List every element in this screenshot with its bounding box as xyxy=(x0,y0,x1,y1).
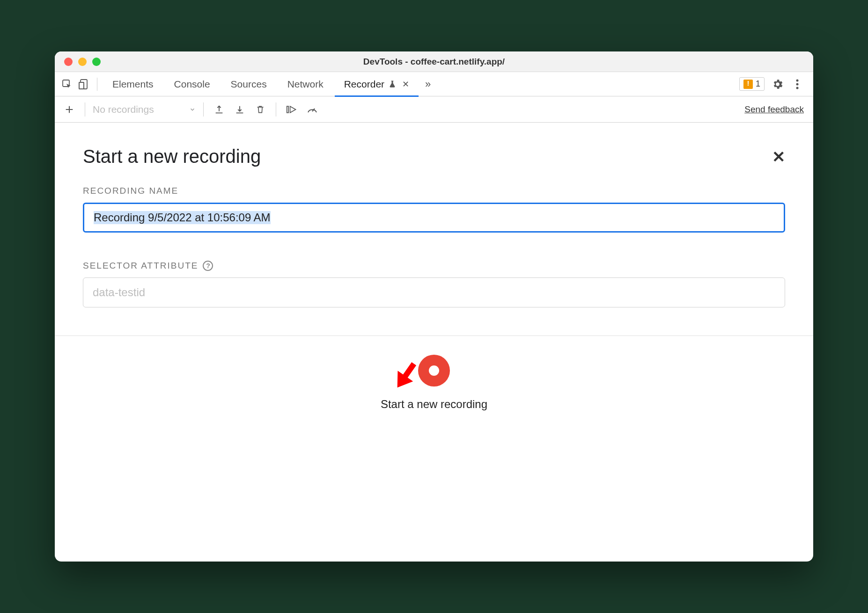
recording-name-input[interactable]: Recording 9/5/2022 at 10:56:09 AM xyxy=(83,203,785,233)
panel-title: Start a new recording xyxy=(83,146,261,167)
replay-icon[interactable] xyxy=(284,102,300,117)
window-titlebar: DevTools - coffee-cart.netlify.app/ xyxy=(55,51,813,72)
selector-attribute-label: SELECTOR ATTRIBUTE xyxy=(83,261,198,271)
record-icon xyxy=(429,365,439,376)
issues-badge[interactable]: 1 xyxy=(739,77,765,91)
warning-icon xyxy=(743,80,753,89)
svg-rect-2 xyxy=(79,82,84,89)
svg-point-5 xyxy=(796,83,799,85)
flask-icon xyxy=(388,80,397,88)
new-recording-button[interactable] xyxy=(61,102,77,117)
recording-name-label: RECORDING NAME xyxy=(83,186,178,196)
recording-name-value: Recording 9/5/2022 at 10:56:09 AM xyxy=(94,211,271,224)
recorder-content: Start a new recording ✕ RECORDING NAME R… xyxy=(55,123,813,562)
tab-recorder[interactable]: Recorder ✕ xyxy=(335,72,419,96)
minimize-window-button[interactable] xyxy=(78,58,87,66)
start-recording-button[interactable] xyxy=(418,355,450,387)
selector-attribute-input[interactable] xyxy=(83,277,785,307)
devtools-window: DevTools - coffee-cart.netlify.app/ Elem… xyxy=(55,51,813,562)
devtools-tabbar: Elements Console Sources Network Recorde… xyxy=(55,72,813,96)
export-icon[interactable] xyxy=(211,102,227,117)
send-feedback-link[interactable]: Send feedback xyxy=(744,104,807,115)
tab-elements[interactable]: Elements xyxy=(103,72,163,96)
close-window-button[interactable] xyxy=(64,58,73,66)
toggle-device-icon[interactable] xyxy=(76,77,91,92)
zoom-window-button[interactable] xyxy=(92,58,101,66)
chevron-down-icon xyxy=(189,106,196,113)
tab-network[interactable]: Network xyxy=(278,72,333,96)
recordings-dropdown[interactable]: No recordings xyxy=(93,104,196,115)
traffic-lights xyxy=(64,58,101,66)
svg-point-4 xyxy=(796,79,799,81)
svg-point-6 xyxy=(796,87,799,89)
more-tabs-icon[interactable]: » xyxy=(425,78,431,90)
close-tab-icon[interactable]: ✕ xyxy=(402,79,409,89)
settings-icon[interactable] xyxy=(771,78,784,91)
inspect-element-icon[interactable] xyxy=(59,77,74,92)
separator xyxy=(97,78,97,91)
close-panel-icon[interactable]: ✕ xyxy=(772,147,785,166)
help-icon[interactable]: ? xyxy=(203,261,213,271)
tab-sources[interactable]: Sources xyxy=(221,72,276,96)
tab-console[interactable]: Console xyxy=(165,72,220,96)
replay-speed-icon[interactable] xyxy=(304,102,320,117)
svg-rect-7 xyxy=(287,106,288,113)
issues-count: 1 xyxy=(756,79,760,89)
import-icon[interactable] xyxy=(232,102,248,117)
separator xyxy=(85,102,85,117)
delete-icon[interactable] xyxy=(252,102,268,117)
window-title: DevTools - coffee-cart.netlify.app/ xyxy=(55,57,813,67)
start-recording-label: Start a new recording xyxy=(381,398,487,411)
separator xyxy=(203,102,204,117)
recorder-toolbar: No recordings Send feedback xyxy=(55,96,813,123)
separator xyxy=(276,102,276,117)
kebab-menu-icon[interactable] xyxy=(791,78,804,91)
